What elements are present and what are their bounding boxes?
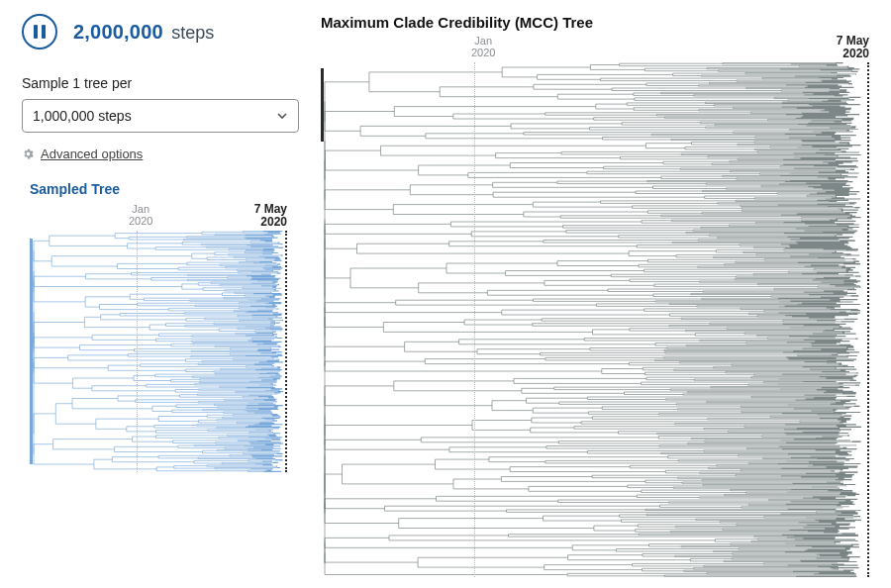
- gear-icon: [22, 147, 35, 160]
- axis-tick-end: 7 May 2020: [254, 203, 287, 229]
- mcc-tree-svg: [321, 62, 865, 577]
- step-suffix: steps: [171, 23, 214, 43]
- pause-icon: [34, 25, 46, 39]
- step-readout: 2,000,000 steps: [73, 21, 214, 44]
- mcc-tree-chart: [321, 62, 869, 577]
- guide-line-end: [285, 231, 287, 472]
- advanced-options-row: Advanced options: [22, 147, 291, 161]
- guide-line-jan: [474, 62, 475, 577]
- app-root: 2,000,000 steps Sample 1 tree per 1,000,…: [0, 0, 891, 588]
- mcc-tree-title: Maximum Clade Credibility (MCC) Tree: [321, 14, 869, 31]
- axis-tick-jan: Jan 2020: [129, 203, 152, 227]
- select-value: 1,000,000 steps: [33, 108, 132, 124]
- sample-interval-select[interactable]: 1,000,000 steps: [22, 99, 299, 133]
- axis-tick-jan: Jan 2020: [471, 35, 495, 58]
- axis-tick-end: 7 May 2020: [837, 35, 869, 60]
- sampled-tree-axis: Jan 2020 7 May 2020: [30, 203, 287, 231]
- chevron-down-icon: [276, 110, 288, 122]
- sampled-tree-title: Sampled Tree: [30, 181, 291, 197]
- sampled-tree-svg: [30, 231, 287, 472]
- pause-button[interactable]: [22, 14, 57, 49]
- sampled-tree-panel: Jan 2020 7 May 2020: [30, 203, 287, 472]
- sampled-tree-chart: [30, 231, 287, 472]
- sidebar-header: 2,000,000 steps: [22, 14, 291, 49]
- sidebar: 2,000,000 steps Sample 1 tree per 1,000,…: [0, 0, 307, 588]
- main-panel: Maximum Clade Credibility (MCC) Tree Jan…: [307, 0, 891, 588]
- sample-label: Sample 1 tree per: [22, 75, 291, 91]
- guide-line-end: [867, 62, 869, 577]
- step-count: 2,000,000: [73, 21, 163, 43]
- guide-line-jan: [137, 231, 138, 472]
- advanced-options-link[interactable]: Advanced options: [41, 147, 143, 161]
- mcc-tree-axis: Jan 2020 7 May 2020: [321, 35, 869, 62]
